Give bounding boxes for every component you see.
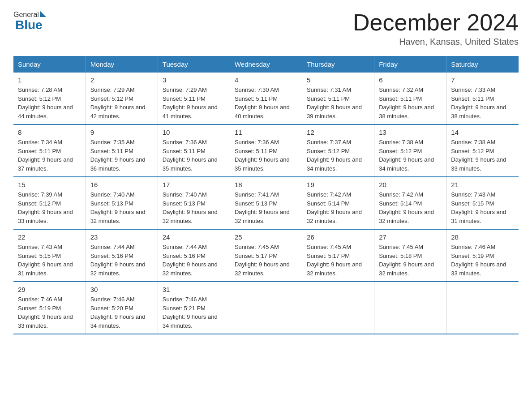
day-number: 29 [18, 286, 81, 293]
calendar-cell: 11Sunrise: 7:36 AMSunset: 5:11 PMDayligh… [230, 124, 302, 177]
day-number: 19 [307, 181, 369, 188]
week-row-5: 29Sunrise: 7:46 AMSunset: 5:19 PMDayligh… [13, 282, 519, 334]
day-info: Sunrise: 7:40 AMSunset: 5:13 PMDaylight:… [90, 190, 153, 225]
calendar-cell: 20Sunrise: 7:42 AMSunset: 5:14 PMDayligh… [374, 177, 446, 229]
month-title: December 2024 [353, 9, 519, 36]
day-info: Sunrise: 7:46 AMSunset: 5:20 PMDaylight:… [90, 295, 153, 330]
day-info: Sunrise: 7:35 AMSunset: 5:11 PMDaylight:… [90, 138, 153, 173]
calendar-cell: 10Sunrise: 7:36 AMSunset: 5:11 PMDayligh… [158, 124, 230, 177]
calendar-cell: 6Sunrise: 7:32 AMSunset: 5:11 PMDaylight… [374, 73, 446, 124]
calendar-cell: 18Sunrise: 7:41 AMSunset: 5:13 PMDayligh… [230, 177, 302, 229]
calendar-cell: 28Sunrise: 7:46 AMSunset: 5:19 PMDayligh… [446, 229, 519, 282]
calendar-cell: 22Sunrise: 7:43 AMSunset: 5:15 PMDayligh… [13, 229, 86, 282]
day-number: 8 [18, 128, 81, 136]
week-row-3: 15Sunrise: 7:39 AMSunset: 5:12 PMDayligh… [13, 177, 519, 229]
day-number: 20 [379, 181, 442, 188]
day-number: 15 [18, 181, 81, 188]
day-number: 31 [163, 286, 225, 293]
day-info: Sunrise: 7:44 AMSunset: 5:16 PMDaylight:… [163, 243, 225, 278]
day-info: Sunrise: 7:39 AMSunset: 5:12 PMDaylight:… [18, 190, 81, 225]
day-info: Sunrise: 7:43 AMSunset: 5:15 PMDaylight:… [451, 190, 514, 225]
day-number: 23 [90, 233, 153, 241]
title-section: December 2024 Haven, Kansas, United Stat… [353, 9, 519, 47]
day-info: Sunrise: 7:45 AMSunset: 5:17 PMDaylight:… [235, 243, 297, 278]
day-number: 22 [18, 233, 81, 241]
weekday-header-saturday: Saturday [446, 56, 519, 73]
logo: General Blue [13, 9, 46, 32]
calendar-cell: 1Sunrise: 7:28 AMSunset: 5:12 PMDaylight… [13, 73, 86, 124]
day-number: 9 [90, 128, 153, 136]
day-info: Sunrise: 7:33 AMSunset: 5:11 PMDaylight:… [451, 86, 514, 120]
calendar-table: SundayMondayTuesdayWednesdayThursdayFrid… [13, 56, 519, 334]
day-number: 28 [451, 233, 514, 241]
calendar-cell: 19Sunrise: 7:42 AMSunset: 5:14 PMDayligh… [302, 177, 374, 229]
calendar-cell: 29Sunrise: 7:46 AMSunset: 5:19 PMDayligh… [13, 282, 86, 334]
day-number: 6 [379, 76, 442, 84]
day-info: Sunrise: 7:46 AMSunset: 5:19 PMDaylight:… [18, 295, 81, 330]
calendar-cell: 5Sunrise: 7:31 AMSunset: 5:11 PMDaylight… [302, 73, 374, 124]
day-info: Sunrise: 7:29 AMSunset: 5:12 PMDaylight:… [90, 86, 153, 120]
day-number: 1 [18, 76, 81, 84]
calendar-cell: 12Sunrise: 7:37 AMSunset: 5:12 PMDayligh… [302, 124, 374, 177]
day-info: Sunrise: 7:41 AMSunset: 5:13 PMDaylight:… [235, 190, 297, 225]
calendar-cell: 14Sunrise: 7:38 AMSunset: 5:12 PMDayligh… [446, 124, 519, 177]
day-info: Sunrise: 7:34 AMSunset: 5:11 PMDaylight:… [18, 138, 81, 173]
calendar-cell: 4Sunrise: 7:30 AMSunset: 5:11 PMDaylight… [230, 73, 302, 124]
day-info: Sunrise: 7:29 AMSunset: 5:11 PMDaylight:… [163, 86, 225, 120]
weekday-header-friday: Friday [374, 56, 446, 73]
day-info: Sunrise: 7:40 AMSunset: 5:13 PMDaylight:… [163, 190, 225, 225]
calendar-cell: 31Sunrise: 7:46 AMSunset: 5:21 PMDayligh… [158, 282, 230, 334]
calendar-cell: 9Sunrise: 7:35 AMSunset: 5:11 PMDaylight… [86, 124, 158, 177]
day-number: 16 [90, 181, 153, 188]
calendar-cell: 30Sunrise: 7:46 AMSunset: 5:20 PMDayligh… [86, 282, 158, 334]
page-header: General Blue December 2024 Haven, Kansas… [13, 9, 519, 47]
day-number: 27 [379, 233, 442, 241]
calendar-cell [230, 282, 302, 334]
day-number: 10 [163, 128, 225, 136]
day-info: Sunrise: 7:44 AMSunset: 5:16 PMDaylight:… [90, 243, 153, 278]
day-number: 13 [379, 128, 442, 136]
day-info: Sunrise: 7:38 AMSunset: 5:12 PMDaylight:… [379, 138, 442, 173]
calendar-cell: 7Sunrise: 7:33 AMSunset: 5:11 PMDaylight… [446, 73, 519, 124]
day-number: 4 [235, 76, 297, 84]
day-number: 3 [163, 76, 225, 84]
calendar-cell: 8Sunrise: 7:34 AMSunset: 5:11 PMDaylight… [13, 124, 86, 177]
calendar-cell: 3Sunrise: 7:29 AMSunset: 5:11 PMDaylight… [158, 73, 230, 124]
day-info: Sunrise: 7:30 AMSunset: 5:11 PMDaylight:… [235, 86, 297, 120]
day-info: Sunrise: 7:28 AMSunset: 5:12 PMDaylight:… [18, 86, 81, 120]
day-number: 12 [307, 128, 369, 136]
week-row-1: 1Sunrise: 7:28 AMSunset: 5:12 PMDaylight… [13, 73, 519, 124]
weekday-header-thursday: Thursday [302, 56, 374, 73]
calendar-cell: 24Sunrise: 7:44 AMSunset: 5:16 PMDayligh… [158, 229, 230, 282]
day-number: 11 [235, 128, 297, 136]
calendar-cell: 27Sunrise: 7:45 AMSunset: 5:18 PMDayligh… [374, 229, 446, 282]
week-row-4: 22Sunrise: 7:43 AMSunset: 5:15 PMDayligh… [13, 229, 519, 282]
day-info: Sunrise: 7:45 AMSunset: 5:17 PMDaylight:… [307, 243, 369, 278]
day-info: Sunrise: 7:37 AMSunset: 5:12 PMDaylight:… [307, 138, 369, 173]
week-row-2: 8Sunrise: 7:34 AMSunset: 5:11 PMDaylight… [13, 124, 519, 177]
day-info: Sunrise: 7:45 AMSunset: 5:18 PMDaylight:… [379, 243, 442, 278]
calendar-cell: 21Sunrise: 7:43 AMSunset: 5:15 PMDayligh… [446, 177, 519, 229]
day-number: 14 [451, 128, 514, 136]
day-number: 25 [235, 233, 297, 241]
calendar-cell: 17Sunrise: 7:40 AMSunset: 5:13 PMDayligh… [158, 177, 230, 229]
calendar-cell: 26Sunrise: 7:45 AMSunset: 5:17 PMDayligh… [302, 229, 374, 282]
calendar-cell [446, 282, 519, 334]
day-info: Sunrise: 7:36 AMSunset: 5:11 PMDaylight:… [235, 138, 297, 173]
day-info: Sunrise: 7:42 AMSunset: 5:14 PMDaylight:… [307, 190, 369, 225]
weekday-header-tuesday: Tuesday [158, 56, 230, 73]
day-info: Sunrise: 7:46 AMSunset: 5:19 PMDaylight:… [451, 243, 514, 278]
day-info: Sunrise: 7:46 AMSunset: 5:21 PMDaylight:… [163, 295, 225, 330]
weekday-header-row: SundayMondayTuesdayWednesdayThursdayFrid… [13, 56, 519, 73]
day-info: Sunrise: 7:36 AMSunset: 5:11 PMDaylight:… [163, 138, 225, 173]
calendar-cell: 25Sunrise: 7:45 AMSunset: 5:17 PMDayligh… [230, 229, 302, 282]
location: Haven, Kansas, United States [353, 37, 519, 47]
day-info: Sunrise: 7:32 AMSunset: 5:11 PMDaylight:… [379, 86, 442, 120]
calendar-cell: 16Sunrise: 7:40 AMSunset: 5:13 PMDayligh… [86, 177, 158, 229]
day-number: 5 [307, 76, 369, 84]
day-number: 26 [307, 233, 369, 241]
day-number: 17 [163, 181, 225, 188]
day-number: 18 [235, 181, 297, 188]
calendar-cell: 13Sunrise: 7:38 AMSunset: 5:12 PMDayligh… [374, 124, 446, 177]
logo-arrow-icon [40, 11, 46, 17]
